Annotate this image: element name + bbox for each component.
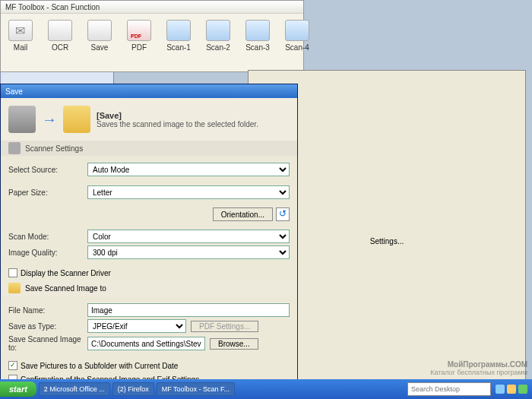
source-select[interactable]: Auto Mode bbox=[87, 163, 290, 176]
subfolder-checkbox[interactable] bbox=[8, 361, 17, 370]
scan4-tool[interactable]: Scan-4 bbox=[280, 18, 314, 53]
scan1-tool[interactable]: Scan-1 bbox=[162, 18, 195, 53]
scanner-small-icon bbox=[8, 142, 21, 154]
save-tool[interactable]: Save bbox=[83, 18, 116, 53]
start-button[interactable]: start bbox=[0, 382, 36, 397]
mail-icon bbox=[8, 20, 33, 41]
refresh-icon[interactable]: ↺ bbox=[276, 207, 290, 221]
quality-select[interactable]: 300 dpi bbox=[87, 245, 290, 259]
save-titlebar: Save bbox=[1, 84, 297, 98]
scanner-settings-section: Scanner Settings bbox=[1, 141, 297, 156]
ocr-tool[interactable]: OCR bbox=[43, 18, 77, 53]
mf-titlebar: MF Toolbox - Scan Function bbox=[1, 1, 303, 14]
save-window: Save → [Save] Saves the scanned image to… bbox=[0, 84, 298, 380]
tray-icon[interactable] bbox=[518, 385, 527, 394]
save-to-section: Save Scanned Image to bbox=[1, 280, 297, 296]
pdf-settings-button: PDF Settings... bbox=[191, 321, 258, 332]
saveas-select[interactable]: JPEG/Exif bbox=[87, 319, 186, 333]
folder-large-icon bbox=[63, 106, 90, 133]
scan3-tool[interactable]: Scan-3 bbox=[241, 18, 274, 53]
system-tray bbox=[491, 385, 532, 394]
mf-toolbar: Mail OCR Save PDF Scan-1 Scan-2 Scan-3 S… bbox=[1, 14, 303, 58]
desktop-search[interactable] bbox=[407, 382, 491, 396]
scanmode-select[interactable]: Color bbox=[87, 230, 290, 243]
task-firefox[interactable]: (2) Firefox bbox=[112, 382, 154, 396]
scanner-icon bbox=[285, 20, 309, 41]
task-mftoolbox[interactable]: MF Toolbox - Scan F... bbox=[157, 382, 235, 396]
display-driver-checkbox[interactable] bbox=[8, 268, 17, 277]
taskbar: start 2 Microsoft Office ... (2) Firefox… bbox=[0, 379, 532, 399]
scanner-icon bbox=[206, 20, 230, 41]
arrow-icon: → bbox=[42, 111, 57, 128]
browse-button[interactable]: Browse... bbox=[210, 338, 258, 350]
save-description: [Save] Saves the scanned image to the se… bbox=[97, 111, 290, 128]
ocr-icon bbox=[48, 20, 72, 41]
filename-label: File Name: bbox=[8, 306, 83, 315]
scanmode-label: Scan Mode: bbox=[8, 233, 83, 241]
source-label: Select Source: bbox=[8, 166, 83, 174]
scanner-icon bbox=[245, 20, 270, 41]
quality-label: Image Quality: bbox=[8, 249, 83, 257]
paper-label: Paper Size: bbox=[8, 188, 83, 197]
scanner-icon bbox=[166, 20, 191, 41]
filename-input[interactable] bbox=[87, 303, 290, 317]
scanner-large-icon bbox=[8, 106, 36, 133]
folder-icon bbox=[8, 283, 21, 293]
tray-icon[interactable] bbox=[496, 385, 505, 394]
tray-icon[interactable] bbox=[507, 385, 516, 394]
saveas-label: Save as Type: bbox=[8, 322, 83, 331]
orientation-button[interactable]: Orientation... bbox=[213, 207, 273, 221]
paper-select[interactable]: Letter bbox=[87, 185, 290, 199]
watermark: МойПрограммы.COM Каталог бесплатных прог… bbox=[430, 360, 527, 376]
saveto-input[interactable] bbox=[87, 337, 205, 350]
mf-title: MF Toolbox - Scan Function bbox=[5, 3, 100, 11]
save-header: → [Save] Saves the scanned image to the … bbox=[1, 98, 297, 141]
saveto-label: Save Scanned Image to: bbox=[8, 335, 83, 352]
mail-tool[interactable]: Mail bbox=[4, 18, 37, 53]
pdf-icon bbox=[127, 20, 151, 41]
save-icon bbox=[87, 20, 112, 41]
scan2-tool[interactable]: Scan-2 bbox=[201, 18, 235, 53]
task-office[interactable]: 2 Microsoft Office ... bbox=[39, 382, 110, 396]
mf-toolbox-window: MF Toolbox - Scan Function Mail OCR Save… bbox=[0, 0, 304, 72]
pdf-tool[interactable]: PDF bbox=[122, 18, 156, 53]
